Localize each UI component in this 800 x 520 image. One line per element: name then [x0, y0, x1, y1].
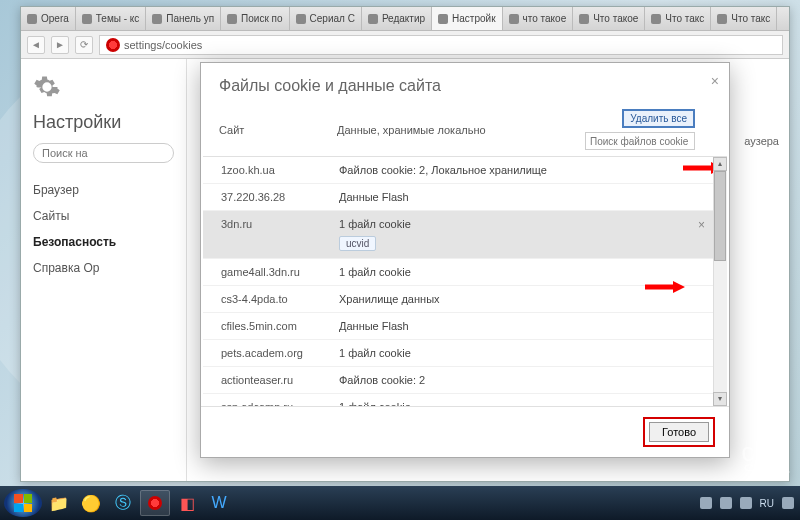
system-tray[interactable]: RU: [700, 486, 794, 520]
sidebar-item[interactable]: Безопасность: [33, 229, 174, 255]
browser-tab[interactable]: Что такс: [711, 7, 777, 30]
browser-tab[interactable]: что такое: [503, 7, 574, 30]
task-word-icon[interactable]: W: [204, 490, 234, 516]
cookie-row[interactable]: pets.academ.org1 файл cookie: [203, 340, 727, 367]
cookie-row[interactable]: cs3-4.4pda.toХранилище данных: [203, 286, 727, 313]
dialog-close-button[interactable]: ×: [711, 73, 719, 89]
task-explorer-icon[interactable]: 📁: [44, 490, 74, 516]
data-cell: 1 файл cookieucvid: [339, 218, 693, 251]
tab-favicon-icon: [152, 14, 162, 24]
tab-label: Сериал С: [310, 13, 355, 24]
cookie-row[interactable]: ssp.adcamp.ru1 файл cookie: [203, 394, 727, 406]
sidebar-item[interactable]: Справка Op: [33, 255, 174, 281]
tab-favicon-icon: [27, 14, 37, 24]
truncated-text: аузера: [744, 135, 779, 147]
sidebar-title: Настройки: [33, 112, 174, 133]
cookie-row[interactable]: 1zoo.kh.uaФайлов cookie: 2, Локальное хр…: [203, 157, 727, 184]
scroll-down-button[interactable]: ▾: [713, 392, 727, 406]
task-app-icon[interactable]: ◧: [172, 490, 202, 516]
start-button[interactable]: [4, 489, 42, 517]
tab-label: Панель уп: [166, 13, 214, 24]
tab-favicon-icon: [227, 14, 237, 24]
data-cell: 1 файл cookie: [339, 266, 693, 278]
tray-icon[interactable]: [782, 497, 794, 509]
watermark: clubSovet: [741, 437, 792, 478]
browser-tab[interactable]: Что такс: [645, 7, 711, 30]
scrollbar-thumb[interactable]: [714, 171, 726, 261]
data-cell: 1 файл cookie: [339, 401, 693, 406]
cookie-list[interactable]: ▴ ▾ 1zoo.kh.uaФайлов cookie: 2, Локально…: [203, 156, 727, 406]
browser-tab[interactable]: Настройк: [432, 7, 502, 30]
task-skype-icon[interactable]: Ⓢ: [108, 490, 138, 516]
row-delete-button[interactable]: ×: [698, 218, 705, 232]
tab-label: что такое: [523, 13, 567, 24]
done-button-highlight: Готово: [643, 417, 715, 447]
cookies-dialog: × Файлы cookie и данные сайта Сайт Данны…: [200, 62, 730, 458]
task-opera-icon[interactable]: [140, 490, 170, 516]
dialog-footer: Готово: [201, 406, 729, 457]
site-cell: ssp.adcamp.ru: [221, 401, 339, 406]
tab-favicon-icon: [438, 14, 448, 24]
browser-tab[interactable]: Редактир: [362, 7, 432, 30]
tab-favicon-icon: [368, 14, 378, 24]
tab-label: Редактир: [382, 13, 425, 24]
cookie-row[interactable]: cfiles.5min.comДанные Flash: [203, 313, 727, 340]
browser-tab[interactable]: Темы - кс: [76, 7, 147, 30]
data-cell: Хранилище данных: [339, 293, 693, 305]
cookie-row[interactable]: 3dn.ru1 файл cookieucvid×: [203, 211, 727, 259]
cookie-search-input[interactable]: [585, 132, 695, 150]
tab-favicon-icon: [82, 14, 92, 24]
browser-tab[interactable]: Панель уп: [146, 7, 221, 30]
done-button[interactable]: Готово: [649, 422, 709, 442]
tab-label: Что такое: [593, 13, 638, 24]
site-cell: 37.220.36.28: [221, 191, 339, 203]
site-cell: cs3-4.4pda.to: [221, 293, 339, 305]
tab-favicon-icon: [717, 14, 727, 24]
column-data-header: Данные, хранимые локально: [337, 124, 585, 136]
browser-tab[interactable]: Сериал С: [290, 7, 362, 30]
sidebar-item[interactable]: Сайты: [33, 203, 174, 229]
nav-reload-button[interactable]: ⟳: [75, 36, 93, 54]
tray-icon[interactable]: [740, 497, 752, 509]
site-cell: actionteaser.ru: [221, 374, 339, 386]
address-bar: ◄ ► ⟳ settings/cookies: [21, 31, 789, 59]
scroll-up-button[interactable]: ▴: [713, 157, 727, 171]
windows-icon: [14, 494, 32, 512]
browser-tab[interactable]: Поиск по: [221, 7, 289, 30]
settings-search-input[interactable]: [33, 143, 174, 163]
tray-icon[interactable]: [720, 497, 732, 509]
settings-sidebar: Настройки БраузерСайтыБезопасностьСправк…: [21, 59, 187, 481]
tab-label: Темы - кс: [96, 13, 140, 24]
task-chrome-icon[interactable]: 🟡: [76, 490, 106, 516]
gear-icon: [33, 73, 61, 101]
scrollbar-track[interactable]: ▴ ▾: [713, 157, 727, 406]
tab-favicon-icon: [509, 14, 519, 24]
delete-all-button[interactable]: Удалить все: [622, 109, 695, 128]
tab-label: Что такс: [731, 13, 770, 24]
tab-favicon-icon: [651, 14, 661, 24]
tray-language[interactable]: RU: [760, 498, 774, 509]
url-text: settings/cookies: [124, 39, 202, 51]
tab-label: Настройк: [452, 13, 495, 24]
tab-favicon-icon: [296, 14, 306, 24]
cookie-row[interactable]: game4all.3dn.ru1 файл cookie: [203, 259, 727, 286]
taskbar[interactable]: 📁 🟡 Ⓢ ◧ W RU: [0, 486, 800, 520]
data-cell: 1 файл cookie: [339, 347, 693, 359]
nav-back-button[interactable]: ◄: [27, 36, 45, 54]
browser-tab[interactable]: Что такое: [573, 7, 645, 30]
tray-icon[interactable]: [700, 497, 712, 509]
url-field[interactable]: settings/cookies: [99, 35, 783, 55]
nav-forward-button[interactable]: ►: [51, 36, 69, 54]
opera-icon: [106, 38, 120, 52]
browser-tab[interactable]: Opera: [21, 7, 76, 30]
sidebar-item[interactable]: Браузер: [33, 177, 174, 203]
cookie-row[interactable]: actionteaser.ruФайлов cookie: 2: [203, 367, 727, 394]
site-cell: pets.academ.org: [221, 347, 339, 359]
tab-label: Opera: [41, 13, 69, 24]
dialog-title: Файлы cookie и данные сайта: [201, 63, 729, 105]
site-cell: 1zoo.kh.ua: [221, 164, 339, 176]
data-cell: Данные Flash: [339, 320, 693, 332]
cookie-tag[interactable]: ucvid: [339, 236, 376, 251]
data-cell: Данные Flash: [339, 191, 693, 203]
cookie-row[interactable]: 37.220.36.28Данные Flash: [203, 184, 727, 211]
